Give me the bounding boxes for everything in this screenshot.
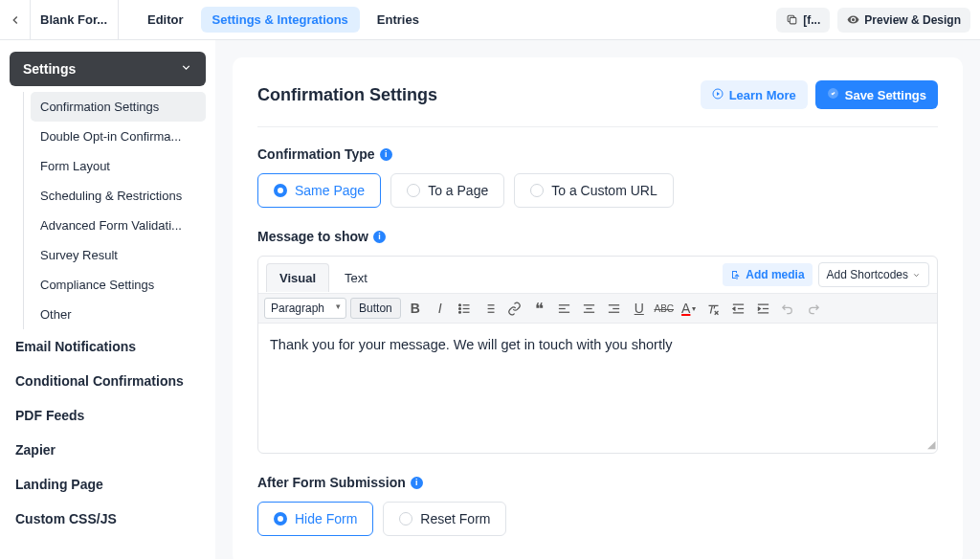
sidebar-item-custom-css-js[interactable]: Custom CSS/JS	[10, 502, 206, 536]
learn-more-label: Learn More	[729, 88, 796, 102]
quote-icon[interactable]: ❝	[529, 298, 550, 319]
insert-button-button[interactable]: Button	[350, 298, 401, 319]
sidebar-settings-label: Settings	[23, 61, 76, 77]
tab-entries[interactable]: Entries	[366, 7, 431, 33]
strikethrough-icon[interactable]: ABC	[654, 298, 675, 319]
editor-tab-visual[interactable]: Visual	[266, 263, 329, 292]
radio-dot-icon	[530, 184, 544, 197]
svg-rect-0	[791, 17, 797, 23]
preview-design-button[interactable]: Preview & Design	[837, 8, 970, 33]
radio-dot-icon	[274, 512, 287, 525]
sidebar-item-zapier[interactable]: Zapier	[10, 433, 206, 467]
radio-dot-icon	[407, 184, 420, 197]
confirmation-type-label: Confirmation Type i	[257, 146, 938, 162]
svg-point-8	[459, 311, 461, 313]
svg-point-4	[459, 303, 461, 305]
clear-format-icon[interactable]	[703, 298, 724, 319]
indent-left-icon[interactable]	[728, 298, 749, 319]
play-icon	[712, 88, 724, 102]
editor-tab-text[interactable]: Text	[331, 263, 381, 292]
save-settings-label: Save Settings	[845, 88, 926, 102]
save-settings-button[interactable]: Save Settings	[815, 80, 938, 109]
radio-custom-url[interactable]: To a Custom URL	[514, 173, 673, 208]
panel-title: Confirmation Settings	[257, 85, 437, 105]
align-right-icon[interactable]	[604, 298, 625, 319]
radio-same-page[interactable]: Same Page	[257, 173, 381, 208]
sidebar: Settings Confirmation Settings Double Op…	[0, 40, 215, 559]
align-left-icon[interactable]	[554, 298, 575, 319]
indent-right-icon[interactable]	[753, 298, 774, 319]
radio-to-a-page[interactable]: To a Page	[390, 173, 504, 208]
italic-icon[interactable]: I	[430, 298, 451, 319]
radio-dot-icon	[274, 184, 287, 197]
paragraph-select[interactable]: Paragraph	[264, 298, 346, 319]
tab-editor[interactable]: Editor	[136, 7, 195, 33]
sidebar-item-advanced-validation[interactable]: Advanced Form Validati...	[31, 211, 206, 240]
radio-hide-form[interactable]: Hide Form	[257, 502, 373, 536]
confirmation-settings-panel: Confirmation Settings Learn More Save Se…	[233, 57, 963, 559]
sidebar-item-pdf-feeds[interactable]: PDF Feeds	[10, 398, 206, 433]
rich-text-editor: Visual Text Add media Add Shortcodes	[257, 256, 938, 454]
svg-point-6	[459, 307, 461, 309]
undo-icon[interactable]	[778, 298, 799, 319]
info-icon[interactable]: i	[411, 477, 423, 489]
sidebar-item-landing-page[interactable]: Landing Page	[10, 467, 206, 502]
preview-design-label: Preview & Design	[864, 13, 961, 27]
sidebar-item-compliance[interactable]: Compliance Settings	[31, 270, 206, 300]
add-media-button[interactable]: Add media	[723, 263, 812, 286]
after-form-submission-label: After Form Submission i	[257, 475, 938, 490]
bullet-list-icon[interactable]	[455, 298, 476, 319]
message-to-show-label: Message to show i	[257, 229, 938, 244]
text-color-icon[interactable]: A▾	[679, 298, 700, 319]
sidebar-item-email-notifications[interactable]: Email Notifications	[10, 329, 206, 364]
resize-handle-icon[interactable]: ◢	[927, 438, 935, 451]
shortcode-label: [f...	[803, 13, 820, 27]
align-center-icon[interactable]	[579, 298, 600, 319]
editor-content[interactable]: Thank you for your message. We will get …	[258, 324, 937, 453]
add-shortcodes-button[interactable]: Add Shortcodes	[818, 262, 929, 287]
topbar-right: [f... Preview & Design	[776, 8, 980, 33]
radio-reset-form[interactable]: Reset Form	[383, 502, 506, 536]
sidebar-item-scheduling[interactable]: Scheduling & Restrictions	[31, 181, 206, 211]
learn-more-button[interactable]: Learn More	[701, 80, 808, 109]
editor-toolbar: Paragraph Button B I ❝ U ABC A▾	[258, 293, 937, 324]
sidebar-item-other[interactable]: Other	[31, 300, 206, 329]
bold-icon[interactable]: B	[405, 298, 426, 319]
shortcode-button[interactable]: [f...	[776, 8, 830, 33]
check-circle-icon	[827, 87, 839, 102]
svg-marker-2	[717, 92, 720, 96]
back-button[interactable]	[0, 0, 31, 40]
sidebar-item-double-optin[interactable]: Double Opt-in Confirma...	[31, 122, 206, 151]
sidebar-settings-header[interactable]: Settings	[10, 52, 206, 86]
sidebar-item-confirmation-settings[interactable]: Confirmation Settings	[31, 92, 206, 122]
info-icon[interactable]: i	[380, 148, 392, 161]
form-title: Blank For...	[31, 0, 119, 40]
tab-settings-integrations[interactable]: Settings & Integrations	[201, 7, 360, 33]
sidebar-item-survey-result[interactable]: Survey Result	[31, 240, 206, 270]
link-icon[interactable]	[504, 298, 525, 319]
content-area: Confirmation Settings Learn More Save Se…	[215, 40, 980, 559]
number-list-icon[interactable]	[479, 298, 501, 319]
redo-icon[interactable]	[803, 298, 824, 319]
underline-icon[interactable]: U	[629, 298, 650, 319]
radio-dot-icon	[399, 512, 412, 525]
top-tabs: Editor Settings & Integrations Entries	[119, 0, 431, 40]
chevron-down-icon	[180, 61, 192, 77]
sidebar-item-conditional-confirmations[interactable]: Conditional Confirmations	[10, 364, 206, 398]
topbar: Blank For... Editor Settings & Integrati…	[0, 0, 980, 40]
settings-tree: Confirmation Settings Double Opt-in Conf…	[10, 92, 206, 329]
sidebar-item-form-layout[interactable]: Form Layout	[31, 151, 206, 181]
info-icon[interactable]: i	[373, 231, 386, 243]
